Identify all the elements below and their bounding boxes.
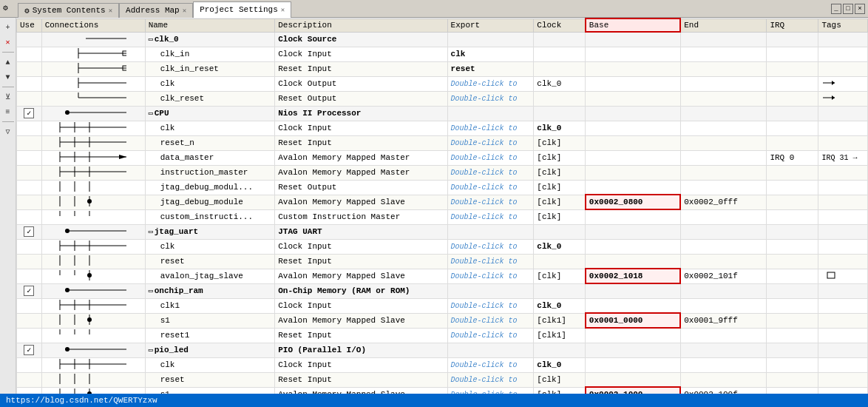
table-row: jtag_debug_module Avalon Memory Mapped S…	[17, 195, 868, 209]
desc-cell: Reset Input	[275, 135, 447, 150]
tab-system-contents-icon: ⚙	[24, 6, 30, 16]
end-cell	[680, 328, 767, 343]
use-cell	[17, 76, 42, 91]
export-dblclick[interactable]: Double-click to	[451, 302, 518, 310]
name-cell: reset	[145, 254, 275, 269]
conn-cell	[41, 47, 145, 61]
col-irq: IRQ	[767, 18, 818, 32]
table-row: data_master Avalon Memory Mapped Master …	[17, 150, 868, 165]
clock-cell: [clk]	[534, 372, 586, 387]
name-cell: ▭CPU	[145, 106, 275, 121]
expand-icon[interactable]: ▭	[149, 228, 153, 236]
tags-cell: IRQ 31 →	[818, 150, 868, 165]
export-cell: Double-click to	[447, 269, 534, 283]
export-dblclick[interactable]: Double-click to	[451, 272, 518, 280]
use-checkbox[interactable]	[24, 108, 34, 118]
irq-cell	[767, 165, 818, 180]
table-container[interactable]: Use Connections Name Description Export …	[16, 18, 868, 394]
expand-icon[interactable]: ▭	[149, 346, 153, 354]
tool-3[interactable]: ⊻	[1, 90, 15, 104]
tab-address-map-close[interactable]: ✕	[183, 7, 186, 15]
close-button[interactable]: ×	[855, 4, 865, 14]
export-cell: Double-click to	[447, 387, 534, 394]
export-dblclick[interactable]: Double-click to	[451, 243, 518, 251]
col-name: Name	[145, 18, 275, 32]
tab-project-settings[interactable]: Project Settings ✕	[193, 1, 291, 18]
export-dblclick[interactable]: Double-click to	[451, 213, 518, 221]
desc-cell: Clock Input	[275, 121, 447, 135]
table-row: ▭pio_led PIO (Parallel I/O)	[17, 343, 868, 357]
base-cell	[586, 343, 680, 357]
component-name: jtag_uart	[155, 227, 198, 236]
expand-icon[interactable]: ▭	[149, 110, 153, 118]
conn-cell	[41, 61, 145, 76]
clock-cell: [clk]	[534, 387, 586, 394]
tags-cell	[818, 135, 868, 150]
filter-button[interactable]: ▽	[1, 125, 15, 138]
maximize-button[interactable]: □	[843, 4, 853, 14]
irq-cell	[767, 239, 818, 254]
title-bar: ⚙ ⚙ System Contents ✕ Address Map ✕ Proj…	[0, 0, 868, 18]
use-cell	[17, 387, 42, 394]
export-cell: Double-click to	[447, 91, 534, 106]
app-window: ⚙ ⚙ System Contents ✕ Address Map ✕ Proj…	[0, 0, 868, 407]
irq-cell	[767, 328, 818, 343]
tags-cell	[818, 343, 868, 357]
toolbar-separator-2	[2, 87, 14, 87]
move-down-button[interactable]: ▼	[1, 70, 15, 84]
export-cell: Double-click to	[447, 209, 534, 224]
name-cell: instruction_master	[145, 165, 275, 180]
tab-project-settings-close[interactable]: ✕	[281, 6, 285, 14]
expand-icon[interactable]: ▭	[149, 287, 153, 295]
export-dblclick[interactable]: Double-click to	[451, 139, 518, 147]
export-dblclick[interactable]: Double-click to	[451, 332, 518, 340]
tab-bar: ⚙ System Contents ✕ Address Map ✕ Projec…	[18, 0, 291, 18]
export-dblclick[interactable]: Double-click to	[451, 198, 518, 206]
conn-cell	[41, 372, 145, 387]
use-checkbox[interactable]	[24, 345, 34, 355]
export-dblclick[interactable]: Double-click to	[451, 124, 518, 132]
conn-cell	[41, 165, 145, 180]
use-checkbox[interactable]	[24, 286, 34, 296]
export-dblclick[interactable]: Double-click to	[451, 95, 518, 103]
table-row: avalon_jtag_slave Avalon Memory Mapped S…	[17, 269, 868, 283]
export-dblclick[interactable]: Double-click to	[451, 184, 518, 192]
clock-cell: [clk]	[534, 180, 586, 195]
use-cell	[17, 313, 42, 328]
table-row: reset1 Reset Input Double-click to [clk1…	[17, 328, 868, 343]
app-icon: ⚙	[3, 3, 15, 15]
irq-cell	[767, 106, 818, 121]
end-cell	[680, 254, 767, 269]
export-dblclick[interactable]: Double-click to	[451, 361, 518, 369]
export-dblclick[interactable]: Double-click to	[451, 258, 518, 266]
tab-system-contents-label: System Contents	[33, 6, 106, 15]
tags-cell	[818, 106, 868, 121]
col-connections: Connections	[41, 18, 145, 32]
end-cell: 0x0002_0fff	[680, 195, 767, 209]
conn-cell	[41, 239, 145, 254]
base-cell	[586, 372, 680, 387]
export-dblclick[interactable]: Double-click to	[451, 317, 518, 325]
export-cell	[447, 106, 534, 121]
expand-icon[interactable]: ▭	[149, 36, 153, 44]
tab-system-contents[interactable]: ⚙ System Contents ✕	[18, 3, 119, 18]
name-cell: clk	[145, 76, 275, 91]
move-up-button[interactable]: ▲	[1, 56, 15, 69]
use-checkbox[interactable]	[24, 226, 34, 237]
export-dblclick[interactable]: Double-click to	[451, 154, 518, 162]
component-name: CPU	[155, 109, 169, 118]
tags-cell	[818, 195, 868, 209]
export-dblclick[interactable]: Double-click to	[451, 169, 518, 177]
conn-cell	[41, 283, 145, 298]
base-cell	[586, 209, 680, 224]
desc-cell: On-Chip Memory (RAM or ROM)	[275, 283, 447, 298]
base-cell	[586, 150, 680, 165]
delete-button[interactable]: ✕	[1, 36, 15, 49]
tool-4[interactable]: ≡	[1, 105, 15, 118]
tab-address-map[interactable]: Address Map ✕	[119, 3, 193, 18]
tab-system-contents-close[interactable]: ✕	[109, 7, 112, 15]
minimize-button[interactable]: _	[831, 4, 841, 14]
export-dblclick[interactable]: Double-click to	[451, 80, 518, 88]
export-dblclick[interactable]: Double-click to	[451, 376, 518, 384]
add-button[interactable]: +	[1, 21, 15, 34]
